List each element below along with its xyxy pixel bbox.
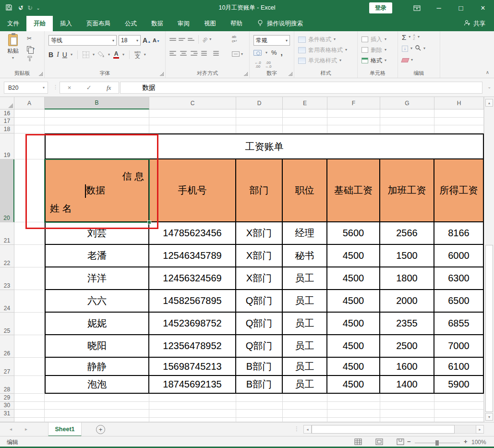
row-header-29[interactable]: 29: [0, 394, 14, 402]
table-cell-H22[interactable]: 6000: [434, 245, 484, 267]
table-header-cell-F20[interactable]: 基础工资: [327, 159, 380, 222]
increase-font-size-button[interactable]: A▲: [143, 36, 151, 44]
cell-A26[interactable]: [14, 335, 45, 358]
table-cell-E25[interactable]: 员工: [283, 313, 327, 335]
table-cell-G28[interactable]: 1400: [380, 376, 434, 394]
sort-filter-button[interactable]: AZ: [413, 34, 415, 40]
zoom-out-button[interactable]: −: [407, 438, 411, 445]
fill-color-caret-icon[interactable]: ▾: [108, 53, 110, 57]
table-cell-B28[interactable]: 泡泡: [45, 376, 149, 394]
table-cell-D27[interactable]: B部门: [236, 358, 283, 376]
new-sheet-button[interactable]: +: [96, 425, 105, 434]
paste-button[interactable]: 粘贴 ▾: [4, 34, 22, 60]
cell-C17[interactable]: [149, 118, 236, 125]
table-cell-G22[interactable]: 1500: [380, 245, 434, 267]
cell-A22[interactable]: [14, 245, 45, 267]
column-header-C[interactable]: C: [149, 97, 236, 109]
table-cell-D21[interactable]: X部门: [236, 222, 283, 245]
row-header-25[interactable]: 25: [0, 313, 14, 335]
row-header-26[interactable]: 26: [0, 335, 14, 358]
row-header-24[interactable]: 24: [0, 290, 14, 313]
sheet-nav-left-icon[interactable]: ◂: [10, 426, 12, 432]
sheet-tab-sheet1[interactable]: Sheet1: [48, 423, 82, 436]
find-select-button[interactable]: [415, 45, 421, 52]
column-header-E[interactable]: E: [283, 97, 327, 109]
number-format-combo[interactable]: 常规▾: [253, 35, 290, 46]
cell-H31[interactable]: [434, 410, 484, 418]
cell-A16[interactable]: [14, 109, 45, 118]
cell-E29[interactable]: [283, 394, 327, 402]
table-cell-G23[interactable]: 1800: [380, 267, 434, 290]
row-header-17[interactable]: 17: [0, 118, 14, 125]
table-cell-B22[interactable]: 老潘: [45, 245, 149, 267]
normal-view-icon[interactable]: [354, 438, 362, 445]
table-cell-D25[interactable]: Q部门: [236, 313, 283, 335]
table-cell-F27[interactable]: 4500: [327, 358, 380, 376]
format-painter-button[interactable]: [27, 56, 33, 61]
orientation-caret-icon[interactable]: ▾: [209, 37, 211, 41]
cell-B17[interactable]: [45, 118, 149, 125]
ribbon-display-options-icon[interactable]: [406, 0, 428, 16]
cell-B31[interactable]: [45, 410, 149, 418]
font-dialog-launcher[interactable]: [160, 72, 164, 76]
cell-D18[interactable]: [236, 125, 283, 133]
column-header-F[interactable]: F: [327, 97, 380, 109]
column-header-D[interactable]: D: [236, 97, 283, 109]
align-left-button[interactable]: [169, 50, 177, 56]
row-header-31[interactable]: 31: [0, 410, 14, 418]
table-cell-F21[interactable]: 5600: [327, 222, 380, 245]
redo-icon[interactable]: ↻▾: [27, 4, 30, 12]
cell-H30[interactable]: [434, 402, 484, 410]
cells-item-插入[interactable]: 插入▾: [358, 34, 398, 45]
cell-C31[interactable]: [149, 410, 236, 418]
cell-A25[interactable]: [14, 313, 45, 335]
table-cell-G27[interactable]: 1600: [380, 358, 434, 376]
decrease-font-size-button[interactable]: A▼: [153, 37, 160, 43]
cell-F16[interactable]: [327, 109, 380, 118]
styles-item-单元格样式[interactable]: 单元格样式▾: [294, 55, 357, 66]
cell-C29[interactable]: [149, 394, 236, 402]
table-cell-B27[interactable]: 静静: [45, 358, 149, 376]
cell-D16[interactable]: [236, 109, 283, 118]
cell-A27[interactable]: [14, 358, 45, 376]
table-cell-H25[interactable]: 6855: [434, 313, 484, 335]
phonetic-caret-icon[interactable]: ▾: [144, 53, 146, 57]
table-cell-E22[interactable]: 秘书: [283, 245, 327, 267]
align-right-button[interactable]: [191, 50, 198, 56]
table-cell-D23[interactable]: X部门: [236, 267, 283, 290]
number-dialog-launcher[interactable]: [289, 72, 292, 76]
clear-button[interactable]: [401, 58, 409, 62]
cells-item-删除[interactable]: 删除▾: [358, 45, 398, 55]
cell-F18[interactable]: [327, 125, 380, 133]
decrease-decimal-button[interactable]: .00→.0: [265, 61, 272, 69]
cell-D29[interactable]: [236, 394, 283, 402]
underline-button[interactable]: U: [62, 51, 67, 59]
borders-caret-icon[interactable]: ▾: [93, 53, 95, 57]
collapse-ribbon-icon[interactable]: ∧: [486, 70, 489, 75]
font-color-caret-icon[interactable]: ▾: [122, 53, 124, 57]
accounting-caret-icon[interactable]: ▾: [265, 51, 267, 55]
row-header-23[interactable]: 23: [0, 267, 14, 290]
styles-item-套用表格格式[interactable]: 套用表格格式▾: [294, 45, 357, 55]
table-header-cell-H20[interactable]: 所得工资: [434, 159, 484, 222]
table-cell-C23[interactable]: 12456324569: [149, 267, 236, 290]
cell-A24[interactable]: [14, 290, 45, 313]
cell-H17[interactable]: [434, 118, 484, 125]
ribbon-tab-页面布局[interactable]: 页面布局: [79, 16, 118, 31]
cell-A[interactable]: [14, 418, 45, 422]
cell-F31[interactable]: [327, 410, 380, 418]
cell-E31[interactable]: [283, 410, 327, 418]
row-header-partial[interactable]: [0, 418, 14, 422]
table-cell-E24[interactable]: 员工: [283, 290, 327, 313]
cell-A23[interactable]: [14, 267, 45, 290]
save-icon[interactable]: [6, 4, 12, 12]
column-header-H[interactable]: H: [434, 97, 484, 109]
cell-D30[interactable]: [236, 402, 283, 410]
cell-D17[interactable]: [236, 118, 283, 125]
zoom-slider-handle[interactable]: [435, 440, 439, 446]
table-cell-B23[interactable]: 洋洋: [45, 267, 149, 290]
increase-decimal-button[interactable]: ←.0.00: [254, 61, 261, 69]
accounting-format-icon[interactable]: [253, 50, 262, 56]
top-align-button[interactable]: [169, 36, 177, 42]
cell-B18[interactable]: [45, 125, 149, 133]
